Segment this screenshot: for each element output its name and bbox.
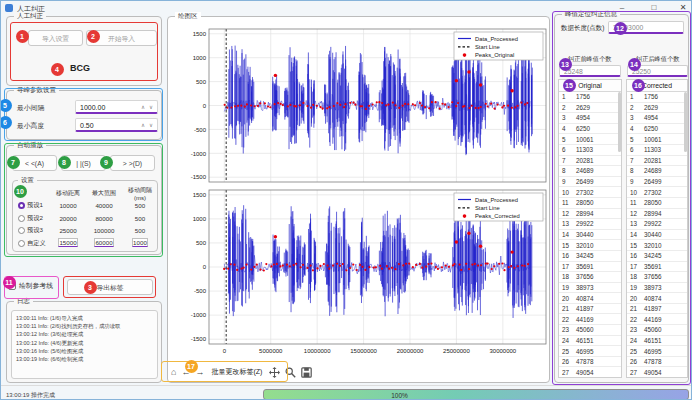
custom-value-input[interactable]: 15000 — [58, 238, 77, 247]
plots-svg[interactable]: 150010005000-500-1000-1500Data_Processed… — [169, 22, 549, 360]
row-index: 9 — [627, 178, 644, 185]
table-row[interactable]: 1329922 — [627, 219, 687, 230]
table-row[interactable]: 2141897 — [559, 304, 621, 315]
table-row[interactable]: 1430440 — [627, 230, 687, 241]
table-row[interactable]: 2749054 — [627, 367, 687, 378]
preset-value-input[interactable]: 60000 — [85, 239, 123, 247]
table-row[interactable]: 2647878 — [627, 357, 687, 368]
min-height-spinner[interactable]: 0.50 ∧ ∨ — [75, 118, 158, 132]
corrected-peaks-table[interactable]: Corrected 117562262934954462505100616113… — [626, 79, 688, 378]
radio-icon[interactable] — [18, 227, 25, 234]
table-row[interactable]: 824689 — [627, 166, 687, 177]
table-row[interactable]: 2546995 — [627, 346, 687, 357]
preset-option[interactable]: 预设3 — [15, 226, 51, 235]
table-row[interactable]: 1634245 — [559, 251, 621, 262]
draw-reference-checkbox[interactable]: 绘制参考线 — [8, 281, 53, 291]
back-icon[interactable]: ← — [181, 366, 190, 378]
table-row[interactable]: 2749054 — [559, 367, 621, 378]
table-row[interactable]: 510061 — [559, 134, 621, 145]
table-row[interactable]: 1938973 — [627, 283, 687, 294]
table-row[interactable]: 1027302 — [559, 187, 621, 198]
table-row[interactable]: 2446151 — [627, 336, 687, 347]
row-index: 27 — [627, 369, 644, 376]
spin-up-icon[interactable]: ∧ — [141, 104, 145, 110]
spin-down-icon[interactable]: ∨ — [149, 122, 153, 128]
table-row[interactable]: 2345060 — [559, 325, 621, 336]
table-row[interactable]: 1532010 — [627, 240, 687, 251]
pause-button[interactable]: | |(S) — [61, 155, 106, 171]
checkbox-icon[interactable] — [8, 282, 16, 290]
table-row[interactable]: 720281 — [559, 156, 621, 167]
table-scrollbar[interactable] — [618, 92, 621, 152]
table-row[interactable]: 1128050 — [559, 198, 621, 209]
preset-option[interactable]: 自定义 — [15, 239, 51, 248]
spin-down-icon[interactable]: ∨ — [149, 104, 153, 110]
table-row[interactable]: 34954 — [559, 113, 621, 124]
step-forward-button[interactable]: > >(D) — [110, 155, 155, 171]
table-row[interactable]: 1938973 — [559, 283, 621, 294]
figure-canvas[interactable]: 150010005000-500-1000-1500Data_Processed… — [169, 22, 549, 364]
table-row[interactable]: 1228994 — [627, 209, 687, 220]
table-row[interactable]: 1837656 — [559, 272, 621, 283]
table-row[interactable]: 46250 — [559, 124, 621, 135]
custom-value-input[interactable]: 60000 — [94, 238, 113, 247]
radio-icon[interactable] — [18, 202, 25, 209]
preset-option[interactable]: 预设2 — [15, 214, 51, 223]
table-row[interactable]: 1837656 — [627, 272, 687, 283]
import-settings-button[interactable]: 导入设置 — [28, 30, 83, 46]
table-row[interactable]: 11756 — [627, 92, 687, 103]
save-icon[interactable] — [301, 367, 312, 378]
batch-edit-labels-button[interactable]: 批量更改标签(Z) — [209, 367, 264, 377]
preset-option[interactable]: 预设1 — [15, 201, 51, 210]
table-row[interactable]: 1735691 — [559, 262, 621, 273]
table-row[interactable]: 34954 — [627, 113, 687, 124]
spin-up-icon[interactable]: ∧ — [141, 122, 145, 128]
table-row[interactable]: 1329922 — [559, 219, 621, 230]
export-labels-button[interactable]: 导出标签 — [67, 279, 153, 295]
table-row[interactable]: 2244169 — [627, 314, 687, 325]
table-row[interactable]: 1228994 — [559, 209, 621, 220]
table-row[interactable]: 22629 — [559, 103, 621, 114]
table-row[interactable]: 2141897 — [627, 304, 687, 315]
min-interval-spinner[interactable]: 1000.00 ∧ ∨ — [75, 100, 158, 114]
table-row[interactable]: 1532010 — [559, 240, 621, 251]
original-peaks-table[interactable]: Original 1175622629349544625051006161130… — [558, 79, 622, 378]
table-row[interactable]: 611303 — [559, 145, 621, 156]
custom-value-input[interactable]: 1000 — [132, 238, 148, 247]
pan-icon[interactable] — [269, 367, 280, 378]
table-row[interactable]: 2647878 — [559, 357, 621, 368]
step-back-button[interactable]: < <(A) — [12, 155, 57, 171]
table-row[interactable]: 926499 — [559, 177, 621, 188]
table-scrollbar[interactable] — [684, 92, 687, 152]
table-row[interactable]: 22629 — [627, 103, 687, 114]
table-row[interactable]: 2040874 — [627, 293, 687, 304]
table-row[interactable]: 1027302 — [627, 187, 687, 198]
preset-value-input[interactable]: 15000 — [51, 239, 85, 247]
table-row[interactable]: 1430440 — [559, 230, 621, 241]
home-icon[interactable]: ⌂ — [171, 366, 176, 378]
start-import-button[interactable]: 开始导入 — [86, 30, 157, 46]
radio-icon[interactable] — [18, 215, 25, 222]
table-row[interactable]: 1735691 — [627, 262, 687, 273]
maximize-button[interactable]: □ — [641, 2, 667, 14]
table-row[interactable]: 2546995 — [559, 346, 621, 357]
table-row[interactable]: 11756 — [559, 92, 621, 103]
table-row[interactable]: 510061 — [627, 134, 687, 145]
preset-value-input[interactable]: 1000 — [123, 239, 157, 247]
table-row[interactable]: 2244169 — [559, 314, 621, 325]
table-row[interactable]: 1128050 — [627, 198, 687, 209]
radio-icon[interactable] — [18, 240, 25, 247]
zoom-icon[interactable] — [285, 367, 296, 378]
table-row[interactable]: 2345060 — [627, 325, 687, 336]
table-row[interactable]: 824689 — [559, 166, 621, 177]
table-row[interactable]: 2040874 — [559, 293, 621, 304]
table-row[interactable]: 611303 — [627, 145, 687, 156]
log-list[interactable]: 13:00:11 Info: (1/6)导入完成13:00:11 Info: (… — [11, 310, 158, 379]
table-row[interactable]: 1634245 — [627, 251, 687, 262]
table-row[interactable]: 720281 — [627, 156, 687, 167]
table-row[interactable]: 2446151 — [559, 336, 621, 347]
table-row[interactable]: 46250 — [627, 124, 687, 135]
forward-icon[interactable]: → — [195, 366, 204, 378]
close-button[interactable]: ✕ — [673, 2, 692, 14]
table-row[interactable]: 926499 — [627, 177, 687, 188]
